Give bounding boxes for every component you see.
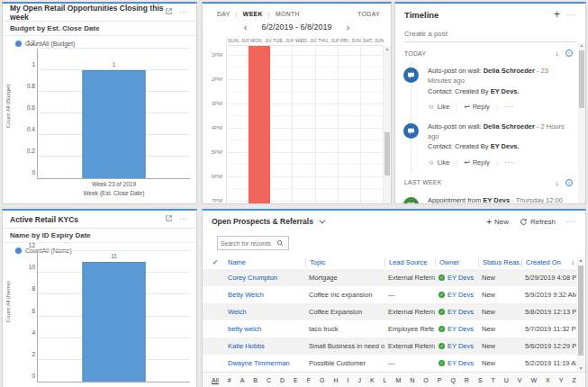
alphabet-filter-all[interactable]: All — [212, 377, 219, 383]
scroll-up-icon[interactable]: ▲ — [578, 43, 585, 48]
alphabet-filter-c[interactable]: C — [267, 377, 271, 383]
name-link[interactable]: betty welch — [224, 325, 305, 333]
calendar-prev-icon[interactable]: ‹ — [244, 22, 248, 32]
column-header-topic[interactable]: Topic — [305, 258, 384, 267]
scroll-up-icon[interactable]: ▲ — [576, 257, 585, 263]
refresh-button[interactable]: Refresh — [520, 218, 556, 226]
calendar-day-column[interactable] — [316, 46, 339, 203]
scroll-down-icon[interactable]: ▼ — [576, 365, 585, 371]
owner-link[interactable]: EY Devs — [448, 274, 474, 282]
like-button[interactable]: ☺Like — [428, 103, 449, 111]
alphabet-filter-i[interactable]: I — [347, 377, 348, 383]
calendar-day-column[interactable] — [270, 46, 293, 203]
more-options-icon[interactable]: ··· — [566, 11, 576, 19]
alphabet-filter-v[interactable]: V — [518, 377, 522, 383]
alphabet-filter-g[interactable]: G — [320, 377, 324, 383]
scrollbar-thumb[interactable] — [578, 266, 583, 356]
add-icon[interactable]: + — [554, 8, 560, 21]
reply-button[interactable]: ↩Reply — [464, 103, 489, 111]
owner-link[interactable]: EY Devs — [448, 308, 474, 316]
scrollbar-thumb[interactable] — [579, 50, 584, 108]
calendar-scrollbar[interactable]: ▲ — [384, 46, 391, 203]
alphabet-filter-w[interactable]: W — [531, 377, 538, 383]
alphabet-filter-f[interactable]: F — [307, 377, 311, 383]
alphabet-filter-s[interactable]: S — [478, 377, 483, 383]
alphabet-filter-z[interactable]: Z — [572, 377, 575, 383]
alphabet-filter-x[interactable]: X — [546, 377, 550, 383]
sort-descending-icon[interactable]: ↓ — [571, 258, 574, 267]
search-input[interactable] — [221, 240, 276, 247]
alphabet-filter-r[interactable]: R — [465, 377, 469, 383]
calendar-day-column[interactable] — [293, 46, 315, 203]
more-options-icon[interactable]: ··· — [179, 215, 189, 223]
expand-icon[interactable] — [165, 214, 173, 224]
alphabet-filter-l[interactable]: L — [384, 377, 387, 383]
collapse-arrow-icon[interactable]: ↓ — [555, 49, 559, 58]
table-row[interactable]: betty welchtaco truckEmployee Refe...✓EY… — [203, 320, 576, 338]
search-box[interactable] — [217, 236, 289, 250]
column-header-status-reas-[interactable]: Status Reas... — [478, 258, 521, 267]
alphabet-filter-h[interactable]: H — [333, 377, 338, 383]
alphabet-filter-k[interactable]: K — [370, 377, 375, 383]
owner-link[interactable]: EY Devs — [448, 291, 474, 299]
calendar-day-column-highlighted[interactable] — [249, 46, 270, 203]
alphabet-filter-j[interactable]: J — [357, 377, 361, 383]
collapse-arrow-icon[interactable]: ↓ — [555, 178, 559, 187]
reply-button[interactable]: ↩Reply — [464, 158, 489, 166]
name-link[interactable]: Corey Crumpton — [224, 274, 305, 282]
name-link[interactable]: Katie Hobbs — [224, 342, 305, 350]
select-all-header[interactable]: ✓ — [203, 258, 224, 267]
chevron-down-icon[interactable] — [319, 217, 325, 223]
today-button[interactable]: TODAY — [357, 11, 380, 17]
bar-series[interactable] — [82, 70, 146, 178]
more-options-icon[interactable]: ··· — [179, 8, 189, 16]
create-post-input[interactable] — [404, 26, 576, 42]
scroll-up-icon[interactable]: ▲ — [384, 47, 391, 51]
info-icon[interactable]: i — [565, 179, 573, 186]
bar-series[interactable] — [82, 262, 146, 382]
table-row[interactable]: Dwayne TimmermanPossible Customer---✓EY … — [203, 355, 576, 372]
name-link[interactable]: Betty Welch — [224, 291, 305, 299]
alphabet-filter-q[interactable]: Q — [450, 377, 455, 383]
owner-link[interactable]: EY Devs — [448, 342, 474, 350]
new-button[interactable]: +New — [486, 217, 509, 227]
calendar-tab-month[interactable]: MONTH — [276, 11, 300, 17]
column-header-owner[interactable]: Owner — [435, 258, 478, 267]
more-options-icon[interactable]: ··· — [504, 158, 514, 166]
calendar-day-column[interactable] — [226, 46, 249, 203]
alphabet-filter-n[interactable]: N — [410, 377, 414, 383]
alphabet-filter-o[interactable]: O — [423, 377, 428, 383]
table-scrollbar[interactable]: ▲ ▼ — [576, 256, 585, 372]
alphabet-filter-u[interactable]: U — [504, 377, 509, 383]
name-link[interactable]: Welch — [224, 308, 305, 316]
table-row[interactable]: Betty WelchCoffee Inc expansion---✓EY De… — [203, 286, 576, 303]
calendar-tab-day[interactable]: DAY — [217, 11, 231, 17]
alphabet-filter-#[interactable]: # — [228, 377, 231, 383]
table-row[interactable]: Corey CrumptonMortgageExternal Referral✓… — [203, 269, 576, 286]
column-header-created-on[interactable]: Created On↓ — [521, 258, 576, 267]
column-header-lead-source[interactable]: Lead Source — [384, 258, 435, 267]
column-header-name[interactable]: Name — [224, 258, 305, 267]
alphabet-filter-p[interactable]: P — [438, 377, 442, 383]
alphabet-filter-b[interactable]: B — [253, 377, 258, 383]
alphabet-filter-e[interactable]: E — [294, 377, 298, 383]
alphabet-filter-d[interactable]: D — [280, 377, 285, 383]
calendar-tab-week[interactable]: WEEK — [243, 11, 263, 17]
more-options-icon[interactable]: ··· — [566, 218, 576, 226]
alphabet-filter-y[interactable]: Y — [559, 377, 564, 383]
calendar-day-column[interactable] — [339, 46, 361, 203]
expand-icon[interactable] — [165, 7, 173, 17]
like-button[interactable]: ☺Like — [428, 158, 449, 166]
search-icon[interactable] — [276, 239, 284, 247]
table-row[interactable]: Katie HobbsSmall Business in need of Loa… — [203, 338, 576, 355]
timeline-scrollbar[interactable]: ▲ — [578, 43, 585, 203]
calendar-day-column[interactable] — [361, 46, 384, 203]
calendar-next-icon[interactable]: › — [347, 22, 350, 32]
alphabet-filter-t[interactable]: T — [492, 377, 495, 383]
owner-link[interactable]: EY Devs — [448, 359, 474, 367]
table-row[interactable]: WelchCoffee ExpansionExternal Referral✓E… — [203, 303, 576, 320]
scrollbar-thumb[interactable] — [384, 132, 390, 176]
name-link[interactable]: Dwayne Timmerman — [224, 359, 305, 367]
alphabet-filter-a[interactable]: A — [240, 377, 245, 383]
alphabet-filter-m[interactable]: M — [395, 377, 401, 383]
